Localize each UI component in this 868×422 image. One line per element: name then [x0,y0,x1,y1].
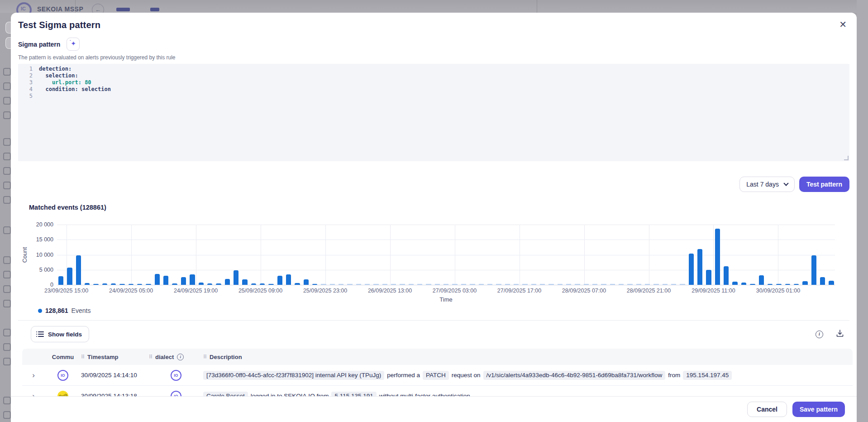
bar [470,284,475,285]
bar [479,284,484,285]
bar [295,283,300,285]
bar [768,284,773,285]
bar [496,284,501,285]
drag-handle-icon[interactable]: ⠿ [203,354,206,360]
column-header-dialect[interactable]: dialect [155,354,174,360]
value-chip: [73d366f0-0ff0-44c5-afcc-f23f7f831902] i… [203,371,384,380]
bar [190,274,195,285]
clipped-breadcrumb-text [116,8,130,11]
chart-y-axis: Count 20 00015 00010 0005 0000 [18,225,57,285]
clipped-sidebar-icon [3,256,11,264]
dialog-title: Test Sigma pattern [18,20,100,30]
sparkle-dot-icon: • [70,39,71,42]
bar [671,284,676,285]
chart-plot [57,225,835,285]
bar [260,283,265,285]
show-fields-button[interactable]: Show fields [31,326,89,342]
code-line: 3 url.port: 80 [18,79,849,86]
column-header-timestamp[interactable]: Timestamp [87,354,118,360]
bar [339,284,343,285]
matched-events-table: Commu ⠿ Timestamp ⠿ dialect i ⠿ Descript… [22,349,853,402]
bar [619,284,624,285]
sigma-code-editor[interactable]: 1detection:2 selection:3 url.port: 804 c… [18,64,849,161]
legend-series-name: Events [72,307,91,314]
pattern-helper-text: The pattern is evaluated on alerts previ… [18,54,849,61]
bar [199,283,204,285]
bar [514,284,519,285]
y-tick-label: 10 000 [36,252,53,258]
bar [592,284,597,285]
bar [242,279,247,285]
description-text: from [668,372,680,379]
bar [601,284,606,285]
drag-handle-icon[interactable]: ⠿ [149,354,152,360]
panel-divider [537,0,537,13]
bar [312,284,317,285]
bar [505,284,510,285]
download-icon[interactable] [836,329,844,339]
bar [277,276,282,285]
bar [225,279,230,285]
table-row[interactable]: › IO 30/09/2025 14:14:10 IO [73d366f0-0f… [22,365,853,386]
dialog-footer: Cancel Save pattern [11,396,857,422]
bar [163,276,168,285]
clipped-sidebar-icon [3,329,11,336]
y-tick-label: 15 000 [36,236,53,243]
bar [794,284,799,285]
column-header-description[interactable]: Description [210,354,242,360]
bar [575,284,580,285]
cancel-button[interactable]: Cancel [747,402,787,417]
bar [558,284,563,285]
test-pattern-button[interactable]: Test pattern [799,177,849,192]
value-chip: 195.154.197.45 [683,371,732,380]
column-header-community[interactable]: Commu [52,354,74,360]
gridline-horizontal [57,285,835,285]
bar [286,274,291,285]
bar [785,284,790,285]
bar [645,284,650,285]
bar [715,229,720,285]
editor-resize-handle[interactable] [844,156,849,160]
value-chip: /v1/sic/alerts/4a933edb-46c6-4b92-9851-6… [483,371,666,380]
bar [461,284,466,285]
clipped-sidebar-icon [3,271,11,278]
x-tick-label: 27/09/2025 03:00 [433,288,477,294]
ai-sparkle-button[interactable]: ✦ • [67,38,80,51]
legend-dot-icon [38,309,42,313]
time-range-dropdown[interactable]: Last 7 days [739,177,795,192]
bar [119,284,124,285]
description-cell: [73d366f0-0ff0-44c5-afcc-f23f7f831902] i… [203,371,853,380]
section-divider [18,320,849,321]
bar [548,284,553,285]
y-tick-label: 20 000 [36,221,53,228]
bar [321,284,326,285]
info-icon[interactable]: i [816,331,823,338]
bar [373,284,378,285]
clipped-sidebar-icon [3,68,11,76]
bar-series [58,225,834,285]
dimmed-app-header: SEKOIA MSSP ← [0,0,868,13]
x-tick-label: 25/09/2025 23:00 [303,288,347,294]
clipped-sidebar-icon [3,82,11,90]
bar [268,284,273,285]
drag-handle-icon[interactable]: ⠿ [81,354,84,360]
code-line: 4 condition: selection [18,86,849,93]
dialect-info-icon[interactable]: i [177,354,184,360]
bar [636,284,641,285]
x-tick-label: 28/09/2025 07:00 [562,288,606,294]
dimmed-sidebar [0,13,11,422]
expand-row-icon[interactable]: › [22,371,45,380]
close-icon[interactable]: ✕ [839,20,847,29]
bar [584,284,589,285]
description-text: request on [452,372,481,379]
bar [680,284,685,285]
screen: SEKOIA MSSP ← Test Sigma pattern ✕ Sigma… [0,0,868,422]
bar [610,284,615,285]
chevron-down-icon [783,181,788,186]
save-pattern-button[interactable]: Save pattern [792,402,845,417]
chart-legend: 128,861 Events [38,307,849,314]
bar [452,284,457,285]
bar [347,284,352,285]
description-text: performed a [387,372,420,379]
bar [820,277,825,285]
